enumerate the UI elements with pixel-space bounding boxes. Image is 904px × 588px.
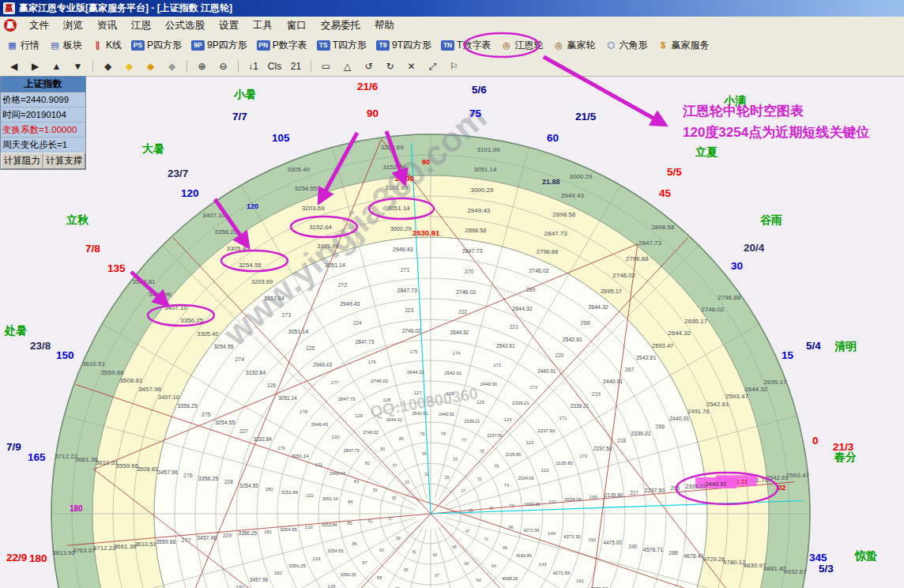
draw-tool-7[interactable]: ◆ <box>140 59 161 74</box>
menu-item-5[interactable]: 设置 <box>212 17 246 34</box>
draw-tool-20[interactable]: ↻ <box>379 59 401 74</box>
menu-item-4[interactable]: 公式选股 <box>158 17 212 34</box>
menu-item-8[interactable]: 交易委托 <box>314 17 367 34</box>
svg-text:2847.73: 2847.73 <box>338 397 356 401</box>
svg-text:2237.50: 2237.50 <box>487 433 503 438</box>
svg-text:29: 29 <box>445 475 450 480</box>
svg-text:61: 61 <box>368 518 373 523</box>
svg-text:3610.51: 3610.51 <box>134 541 156 548</box>
svg-text:77: 77 <box>461 438 466 443</box>
svg-text:2695.17: 2695.17 <box>601 288 622 295</box>
svg-text:71: 71 <box>484 537 489 541</box>
draw-tool-3[interactable]: ▼ <box>67 59 89 74</box>
svg-text:2898.58: 2898.58 <box>552 211 575 218</box>
svg-text:4932.67: 4932.67 <box>784 568 807 575</box>
svg-text:267: 267 <box>625 367 635 372</box>
draw-tool-2[interactable]: ▲ <box>46 59 67 74</box>
svg-text:179: 179 <box>277 446 286 450</box>
svg-text:182: 182 <box>274 571 283 575</box>
svg-text:83: 83 <box>354 479 359 484</box>
draw-tool-6[interactable]: ◆ <box>119 59 140 74</box>
svg-text:130: 130 <box>332 435 341 439</box>
toolbar-item-赢家服务[interactable]: $赢家服务 <box>652 37 714 54</box>
draw-tool-17[interactable]: ▭ <box>315 59 337 74</box>
draw-tool-23[interactable]: ⚐ <box>443 59 465 74</box>
toolbar-item-9T四方形[interactable]: T99T四方形 <box>371 37 436 54</box>
svg-text:3051.14: 3051.14 <box>292 454 309 458</box>
toolbar-item-9P四方形[interactable]: 9P9P四方形 <box>186 37 252 54</box>
svg-text:7/7: 7/7 <box>232 111 247 122</box>
menu-item-9[interactable]: 帮助 <box>367 17 401 34</box>
svg-text:224: 224 <box>353 320 362 326</box>
draw-tool-13[interactable]: ↓1 <box>243 59 264 74</box>
svg-text:3305.40: 3305.40 <box>227 245 250 252</box>
svg-text:2593.47: 2593.47 <box>786 472 809 479</box>
svg-text:3407.10: 3407.10 <box>202 212 225 219</box>
svg-text:2746.02: 2746.02 <box>402 328 421 334</box>
toolbar-item-赢家轮[interactable]: ◎赢家轮 <box>548 37 600 54</box>
svg-text:45: 45 <box>659 187 672 199</box>
wheel-icon: ◎ <box>552 40 564 51</box>
draw-tool-0[interactable]: ◀ <box>3 59 24 74</box>
draw-tool-18[interactable]: △ <box>337 59 358 74</box>
menu-item-1[interactable]: 浏览 <box>56 17 90 34</box>
toolbar-item-P四方形[interactable]: PSP四方形 <box>126 37 186 54</box>
draw-tool-1[interactable]: ▶ <box>24 59 46 74</box>
draw-tool-11[interactable]: ⊖ <box>213 59 234 74</box>
toolbar-separator <box>238 60 239 73</box>
gann-wheel-chart[interactable]: 2593.472695.172796.882898.583000.293101.… <box>0 0 904 588</box>
svg-text:4780.12: 4780.12 <box>723 559 746 566</box>
menu-bar: 赢 文件浏览资讯江恩公式选股设置工具窗口交易委托帮助 <box>0 17 904 35</box>
svg-text:立秋: 立秋 <box>66 213 89 226</box>
info-row-0: 价格=2440.9099 <box>1 92 85 107</box>
svg-text:288: 288 <box>669 550 678 556</box>
draw-tool-8[interactable]: ◆ <box>161 59 183 74</box>
draw-tool-22[interactable]: ⤢ <box>422 59 443 74</box>
calc-button-0[interactable]: 计算阻力 <box>1 153 43 169</box>
svg-text:57: 57 <box>393 463 397 468</box>
menu-item-2[interactable]: 资讯 <box>90 17 124 34</box>
svg-text:2593.47: 2593.47 <box>652 342 673 349</box>
svg-text:3152.84: 3152.84 <box>322 522 337 527</box>
toolbar-item-板块[interactable]: ▤板块 <box>44 37 87 54</box>
draw-tool-15[interactable]: 21 <box>285 59 307 74</box>
draw-tool-14[interactable]: Cls <box>264 59 285 74</box>
svg-text:大暑: 大暑 <box>142 142 164 155</box>
menu-item-7[interactable]: 窗口 <box>280 17 314 34</box>
svg-text:3305.40: 3305.40 <box>287 166 310 173</box>
svg-text:67: 67 <box>435 573 439 578</box>
menu-item-0[interactable]: 文件 <box>22 17 56 34</box>
svg-text:33: 33 <box>405 480 409 484</box>
svg-text:5/4: 5/4 <box>806 340 821 352</box>
toolbar-item-行情[interactable]: ▦行情 <box>2 37 44 54</box>
hq-icon: ▦ <box>6 40 18 51</box>
draw-tool-19[interactable]: ↺ <box>358 59 379 74</box>
draw-tool-21[interactable]: ✕ <box>401 59 422 74</box>
svg-text:63: 63 <box>379 548 384 552</box>
toolbar-item-P数字表[interactable]: PNP数字表 <box>252 37 312 54</box>
toolbar-item-江恩轮[interactable]: ◎江恩轮 <box>495 37 548 54</box>
wheel-icon: ◎ <box>500 40 512 51</box>
svg-text:2339.21: 2339.21 <box>512 401 529 405</box>
toolbar-item-label: 江恩轮 <box>514 39 543 52</box>
svg-text:21/3: 21/3 <box>833 441 854 453</box>
svg-text:226: 226 <box>267 383 276 388</box>
svg-text:135: 135 <box>328 584 337 588</box>
menu-item-3[interactable]: 江恩 <box>124 17 158 34</box>
svg-text:2644.32: 2644.32 <box>450 330 469 335</box>
menu-item-6[interactable]: 工具 <box>246 17 280 34</box>
svg-text:1932.39: 1932.39 <box>524 502 540 507</box>
toolbar-item-label: 赢家轮 <box>567 39 595 52</box>
calc-button-1[interactable]: 计算支撑 <box>43 153 86 169</box>
draw-tool-5[interactable]: ◆ <box>97 59 119 74</box>
draw-tool-10[interactable]: ⊕ <box>191 59 213 74</box>
toolbar-item-六角形[interactable]: ⬡六角形 <box>600 37 652 54</box>
toolbar-item-T四方形[interactable]: TST四方形 <box>312 37 371 54</box>
svg-text:3356.25: 3356.25 <box>341 572 356 577</box>
app-menu-icon[interactable]: 赢 <box>4 19 17 32</box>
svg-text:3051.14: 3051.14 <box>278 395 297 401</box>
toolbar-item-T数字表[interactable]: TNT数字表 <box>436 37 495 54</box>
toolbar-item-K线[interactable]: ∥K线 <box>87 37 126 54</box>
svg-text:272: 272 <box>338 282 348 288</box>
info-rows: 价格=2440.9099时间=20190104变换系数=1.00000周天变化步… <box>1 92 85 153</box>
